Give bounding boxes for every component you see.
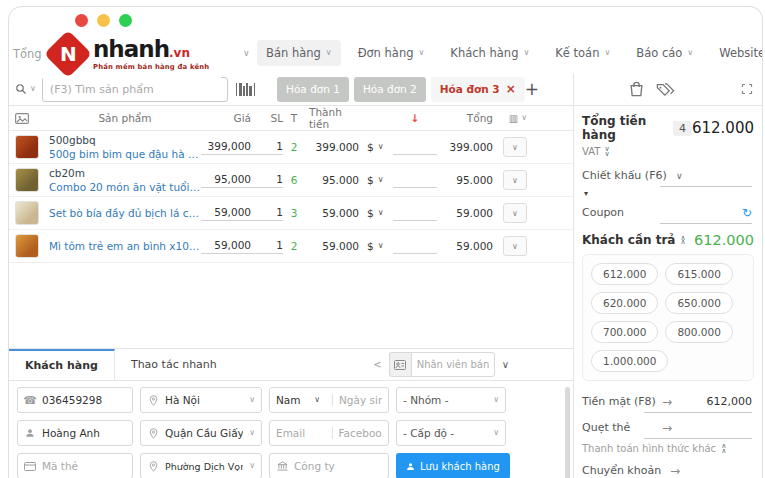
quantity-input[interactable]: 1 bbox=[251, 239, 283, 254]
other-payment-toggle[interactable]: Thanh toán hình thức khác ∧∧ bbox=[582, 443, 754, 454]
double-chevron-up-icon[interactable]: ∧∧ bbox=[680, 236, 685, 245]
column-settings-button[interactable]: ▥∨ bbox=[509, 113, 527, 124]
refresh-icon[interactable]: ↻ bbox=[742, 206, 752, 220]
price-input[interactable]: 59,000 bbox=[201, 206, 251, 221]
quantity-input[interactable]: 1 bbox=[251, 140, 283, 155]
col-header-total[interactable]: Tổng bbox=[437, 112, 493, 124]
window-close-button[interactable] bbox=[75, 14, 88, 27]
window-zoom-button[interactable] bbox=[119, 14, 132, 27]
staff-input[interactable] bbox=[417, 359, 489, 370]
nav-item-ke-toan[interactable]: Kế toán∨ bbox=[546, 40, 619, 66]
chevron-left-icon[interactable]: < bbox=[373, 359, 381, 370]
ward-select[interactable]: Phường Dịch Vọng Hậu ∨ bbox=[140, 453, 262, 478]
product-name-link[interactable]: 500g bim bim que đậu hà lan, bim bim tăm… bbox=[49, 148, 201, 160]
discount-input[interactable] bbox=[393, 206, 437, 221]
nav-item-website[interactable]: Website∨ bbox=[710, 40, 763, 66]
form-scrollbar[interactable] bbox=[565, 387, 570, 478]
product-search-input[interactable] bbox=[50, 83, 220, 96]
row-options-button[interactable]: ∨ bbox=[503, 170, 527, 190]
shopping-bag-icon[interactable] bbox=[629, 81, 644, 97]
save-customer-button[interactable]: Lưu khách hàng bbox=[396, 453, 510, 478]
email-input[interactable] bbox=[276, 427, 320, 439]
arrow-right-icon[interactable]: → bbox=[662, 395, 672, 409]
discount-input[interactable] bbox=[393, 173, 437, 188]
col-header-qty[interactable]: SL bbox=[251, 112, 283, 124]
discount-unit-select[interactable]: $∨ bbox=[359, 174, 393, 186]
tab-khach-hang[interactable]: Khách hàng bbox=[9, 349, 115, 380]
discount-input-underline[interactable]: ∨ bbox=[660, 165, 752, 187]
add-invoice-button[interactable]: + bbox=[525, 81, 539, 98]
quantity-input[interactable]: 1 bbox=[251, 206, 283, 221]
close-icon[interactable]: × bbox=[506, 82, 516, 96]
price-input[interactable]: 95,000 bbox=[201, 173, 251, 188]
company-input[interactable] bbox=[294, 460, 382, 472]
level-select[interactable]: - Cấp độ - ∨ bbox=[396, 420, 506, 446]
quick-amount-button[interactable]: 800.000 bbox=[665, 321, 732, 343]
product-name-link[interactable]: Set bò bía đầy đủ bịch lá cuốn loại to bbox=[49, 207, 201, 219]
nav-item-ban-hang[interactable]: Bán hàng∨ bbox=[257, 40, 341, 66]
nav-item-bao-cao[interactable]: Báo cáo∨ bbox=[627, 40, 702, 66]
product-name-link[interactable]: Combo 20 món ăn vặt tuổi thơ bim bim cay… bbox=[49, 181, 201, 193]
sort-down-icon[interactable]: ↓ bbox=[411, 112, 420, 124]
quick-amount-button[interactable]: 1.000.000 bbox=[591, 350, 668, 372]
discount-unit-select[interactable]: $∨ bbox=[359, 240, 393, 252]
quick-amount-button[interactable]: 650.000 bbox=[665, 292, 732, 314]
discount-type-dropdown[interactable]: ▾ bbox=[584, 189, 754, 198]
ward-value: Phường Dịch Vọng Hậu bbox=[165, 461, 243, 472]
card-field bbox=[17, 453, 133, 478]
col-header-product[interactable]: Sản phẩm bbox=[49, 112, 201, 124]
product-name-link[interactable]: Mì tôm trẻ em an bình x10 gói 20g bbox=[49, 240, 201, 252]
coupon-input-underline[interactable]: ↻ bbox=[660, 202, 752, 224]
window-minimize-button[interactable] bbox=[97, 14, 110, 27]
chevron-down-icon: ∨ bbox=[493, 396, 499, 404]
quick-amount-button[interactable]: 612.000 bbox=[591, 263, 658, 285]
row-options-button[interactable]: ∨ bbox=[503, 236, 527, 256]
birthday-input[interactable] bbox=[339, 394, 382, 406]
group-select[interactable]: - Nhóm - ∨ bbox=[396, 387, 506, 413]
cash-input-underline[interactable]: →612,000 bbox=[644, 391, 752, 413]
discount-unit-select[interactable]: $∨ bbox=[359, 207, 393, 219]
card-input-underline[interactable]: → bbox=[644, 417, 752, 439]
nav-item-khach-hang[interactable]: Khách hàng∨ bbox=[441, 40, 538, 66]
barcode-scanner-icon[interactable] bbox=[236, 83, 256, 96]
row-options-button[interactable]: ∨ bbox=[503, 203, 527, 223]
customer-name-input[interactable] bbox=[42, 427, 126, 439]
discount-input[interactable] bbox=[393, 140, 437, 155]
nav-item-don-hang[interactable]: Đơn hàng∨ bbox=[349, 40, 434, 66]
discount-input[interactable] bbox=[393, 239, 437, 254]
order-total-row: Tổng tiền hàng 4 612.000 bbox=[582, 114, 754, 142]
col-header-price[interactable]: Giá bbox=[201, 112, 251, 124]
tab-thao-tac-nhanh[interactable]: Thao tác nhanh bbox=[115, 349, 233, 380]
tags-icon[interactable] bbox=[656, 82, 675, 97]
district-select[interactable]: Quận Cầu Giấy ∨ bbox=[140, 420, 262, 446]
card-input[interactable] bbox=[42, 460, 126, 472]
quick-amount-button[interactable]: 620.000 bbox=[591, 292, 658, 314]
invoice-tab-2[interactable]: Hóa đơn 2 bbox=[354, 77, 426, 102]
quantity-input[interactable]: 1 bbox=[251, 173, 283, 188]
discount-unit-select[interactable]: $∨ bbox=[359, 141, 393, 153]
facebook-input[interactable] bbox=[339, 427, 383, 439]
quick-amount-button[interactable]: 615.000 bbox=[665, 263, 732, 285]
col-header-t[interactable]: T bbox=[283, 112, 305, 124]
city-select[interactable]: Hà Nội ∨ bbox=[140, 387, 262, 413]
fullscreen-icon[interactable] bbox=[741, 83, 753, 95]
row-options-button[interactable]: ∨ bbox=[503, 137, 527, 157]
phone-input[interactable] bbox=[42, 394, 126, 406]
chevron-down-icon[interactable]: ∨ bbox=[502, 360, 509, 370]
search-mode-select[interactable]: ∨ bbox=[15, 83, 36, 95]
invoice-tab-3[interactable]: Hóa đơn 3× bbox=[431, 77, 525, 102]
product-thumbnail bbox=[15, 201, 39, 225]
gender-select[interactable]: Nam ∨ bbox=[270, 394, 326, 406]
price-input[interactable]: 399,000 bbox=[201, 140, 251, 155]
chevron-down-icon: ∨ bbox=[493, 429, 499, 437]
invoice-tab-1[interactable]: Hóa đơn 1 bbox=[277, 77, 349, 102]
quick-amount-button[interactable]: 700.000 bbox=[591, 321, 658, 343]
price-input[interactable]: 59,000 bbox=[201, 239, 251, 254]
arrow-right-icon[interactable]: → bbox=[670, 464, 680, 478]
transfer-input-underline[interactable]: → bbox=[652, 460, 752, 478]
col-header-amount[interactable]: Thành tiền bbox=[305, 106, 359, 130]
vat-toggle[interactable]: VAT ∨∨ bbox=[582, 146, 754, 157]
main-area: ∨ Hóa đơn 1 Hóa đơn 2 Hóa đơn 3× + Sản p… bbox=[9, 73, 762, 478]
product-code: cb20m bbox=[49, 167, 201, 179]
arrow-right-icon[interactable]: → bbox=[662, 421, 672, 435]
